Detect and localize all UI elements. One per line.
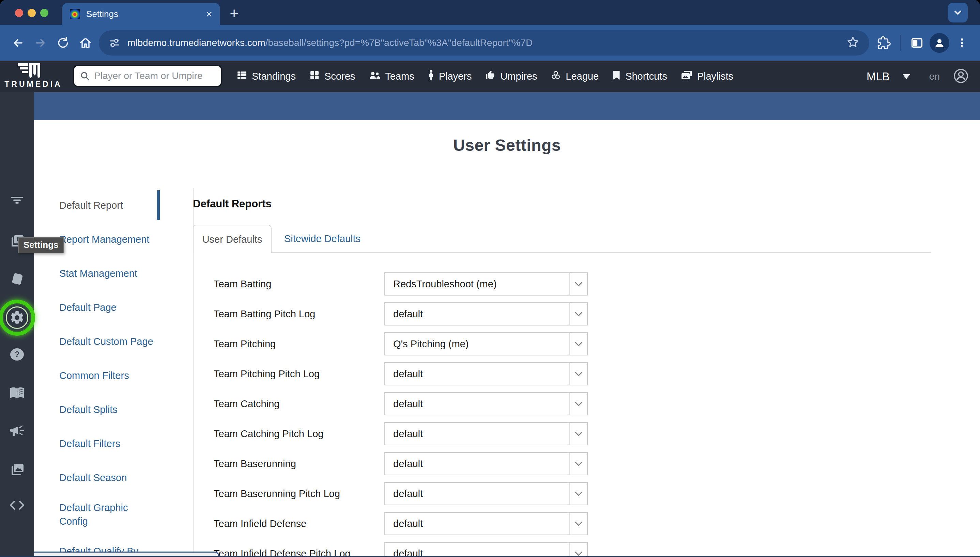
menu-item-link[interactable]: Report Management [59,233,149,246]
form-select[interactable]: default [384,422,588,445]
form-select[interactable]: default [384,392,588,415]
language-label[interactable]: en [929,71,940,82]
nav-item-standings[interactable]: Standings [237,70,296,83]
forward-button[interactable] [29,32,52,54]
menu-item-link[interactable]: Default Graphic Config [59,501,159,528]
chevron-down-icon [575,311,583,316]
global-search[interactable] [73,65,222,87]
megaphone-icon [10,424,24,439]
url-host: mlbdemo.trumedianetworks.com [127,37,265,48]
extensions-icon [877,36,891,50]
form-label: Team Catching Pitch Log [214,428,323,440]
page-subheader [34,92,980,120]
sidebar-button-megaphone[interactable] [0,424,34,439]
new-tab-button[interactable]: + [225,5,243,22]
menu-item-link[interactable]: Default Custom Page [59,335,154,348]
sidebar-button-filter[interactable] [0,195,34,207]
tab-search-button[interactable] [948,3,968,23]
nav-item-label: Playlists [697,71,733,82]
nav-item-scores[interactable]: Scores [309,70,355,83]
menu-item-label[interactable]: Default Report [59,199,123,212]
settings-menu-item: Default Filters [59,427,159,461]
form-select[interactable]: RedsTroubleshoot (me) [384,272,588,295]
tab-sitewide-defaults[interactable]: Sitewide Defaults [284,225,361,252]
chevron-down-icon [575,342,583,346]
nav-item-label: Players [439,71,472,82]
browser-window: Settings × + mlbdemo.trumedianetworks.co… [0,0,980,557]
nav-item-playlists[interactable]: Playlists [681,70,733,83]
sidebar-button-book[interactable] [0,387,34,401]
sidebar-button-code[interactable] [0,500,34,512]
menu-item-link[interactable]: Default Splits [59,403,118,416]
close-window-button[interactable] [15,9,23,17]
form-row: Team Baserunning Pitch Logdefault [193,479,980,509]
cards-icon [10,271,24,288]
form-select[interactable]: Q's Pitching (me) [384,332,588,355]
tab-user-defaults[interactable]: User Defaults [193,225,271,253]
menu-item-link[interactable]: Common Filters [59,369,129,382]
nav-item-label: Standings [252,71,296,82]
form-row: Team Batting Pitch Logdefault [193,299,980,329]
search-input[interactable] [94,70,210,81]
select-value: default [393,518,423,529]
site-favicon [70,9,80,19]
sidebar-button-help[interactable]: ? [0,348,34,363]
menu-item-link[interactable]: Default Season [59,471,127,484]
tab-close-icon[interactable]: × [206,9,212,19]
nav-item-players[interactable]: Players [428,70,472,83]
select-chevron-zone [569,543,587,557]
sidebar-button-cards[interactable] [0,271,34,288]
select-value: default [393,458,423,469]
trumedia-logo-text: TRUMEDIA [5,80,62,89]
nav-item-league[interactable]: League [550,70,599,83]
nav-item-teams[interactable]: Teams [369,70,414,83]
code-icon [9,500,25,512]
home-button[interactable] [74,32,97,54]
nav-item-umpires[interactable]: Umpires [485,70,537,83]
select-value: default [393,308,423,320]
form-select[interactable]: default [384,542,588,557]
settings-menu-item: Default Page [59,290,159,324]
league-selector[interactable]: MLB [867,70,910,83]
chevron-down-icon [575,461,583,466]
sidebar-button-images[interactable] [0,463,34,479]
home-icon [79,36,92,50]
browser-profile-button[interactable] [928,32,951,54]
select-value: RedsTroubleshoot (me) [393,278,497,290]
select-value: default [393,398,423,410]
settings-menu-item: Default Graphic Config [59,495,159,534]
trumedia-logo[interactable]: TRUMEDIA [3,63,64,89]
form-row: Team Baserunningdefault [193,449,980,479]
profile-icon [933,37,946,49]
menu-item-link[interactable]: Default Filters [59,437,120,450]
reload-button[interactable] [52,32,74,54]
form-select[interactable]: default [384,512,588,535]
nav-item-label: Umpires [500,71,537,82]
bookmark-button[interactable] [846,36,860,50]
form-select[interactable]: default [384,362,588,385]
form-select[interactable]: default [384,452,588,475]
nav-item-shortcuts[interactable]: Shortcuts [612,70,667,83]
side-panel-button[interactable] [906,32,928,54]
browser-menu-button[interactable] [951,32,973,54]
browser-tab-settings[interactable]: Settings × [62,3,220,25]
panel-heading: Default Reports [193,198,271,210]
form-row: Team BattingRedsTroubleshoot (me) [193,269,980,299]
menu-item-link[interactable]: Stat Management [59,267,137,280]
address-bar[interactable]: mlbdemo.trumedianetworks.com/baseball/se… [99,30,869,55]
back-button[interactable] [7,32,29,54]
browser-tabstrip: Settings × + [0,0,980,25]
url-path: /baseball/settings?pd=%7B"activeTab"%3A"… [265,37,533,48]
maximize-window-button[interactable] [40,9,48,17]
select-chevron-zone [569,333,587,355]
shortcuts-icon [612,70,621,83]
form-select[interactable]: default [384,482,588,505]
select-chevron-zone [569,483,587,505]
select-chevron-zone [569,363,587,385]
account-button[interactable] [953,68,969,85]
teams-icon [369,70,380,83]
minimize-window-button[interactable] [28,9,36,17]
extensions-button[interactable] [873,32,895,54]
form-select[interactable]: default [384,302,588,326]
menu-item-link[interactable]: Default Page [59,301,116,314]
